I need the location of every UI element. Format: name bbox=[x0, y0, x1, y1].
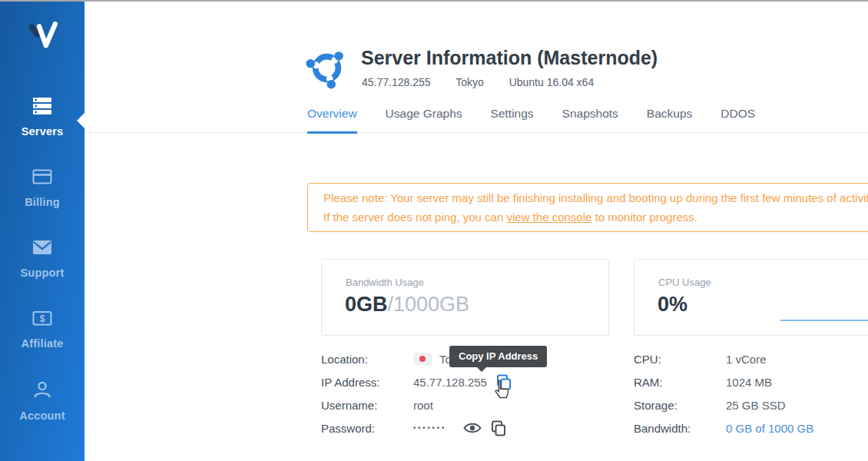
bandwidth-card-value: 0GB/1000GB bbox=[345, 293, 469, 317]
ram-row: RAM: 1024 MB bbox=[634, 370, 868, 393]
username-row: Username: root bbox=[321, 393, 582, 416]
tab-overview[interactable]: Overview bbox=[307, 107, 357, 134]
notice-line1: Please note: Your server may still be fi… bbox=[323, 188, 868, 207]
vultr-app: Servers Billing Support bbox=[0, 0, 868, 461]
install-notice: Please note: Your server may still be fi… bbox=[307, 183, 868, 232]
tab-ddos[interactable]: DDOS bbox=[721, 107, 755, 134]
ip-address-value: 45.77.128.255 bbox=[413, 376, 487, 389]
sidebar-item-label: Account bbox=[19, 410, 65, 422]
tab-usage-graphs[interactable]: Usage Graphs bbox=[386, 107, 462, 134]
sidebar-item-affiliate[interactable]: $ Affiliate bbox=[0, 309, 84, 350]
page-title: Server Information (Masternode) bbox=[361, 47, 658, 69]
servers-icon bbox=[32, 97, 52, 118]
server-details-right: CPU: 1 vCore RAM: 1024 MB Storage: 25 GB… bbox=[634, 347, 868, 439]
tab-snapshots[interactable]: Snapshots bbox=[562, 107, 618, 134]
svg-text:$: $ bbox=[40, 313, 45, 324]
sidebar-item-billing[interactable]: Billing bbox=[0, 167, 84, 208]
sidebar-item-label: Billing bbox=[25, 196, 60, 208]
ram-value: 1024 MB bbox=[726, 376, 772, 389]
tab-settings[interactable]: Settings bbox=[491, 107, 534, 134]
cpu-value: 1 vCore bbox=[726, 353, 767, 366]
sidebar-item-support[interactable]: Support bbox=[0, 238, 84, 279]
cpu-usage-card: CPU Usage 0% bbox=[634, 259, 868, 336]
copy-password-icon[interactable] bbox=[491, 420, 506, 436]
account-icon bbox=[32, 380, 52, 403]
sidebar-item-label: Servers bbox=[22, 125, 64, 138]
cpu-card-value: 0% bbox=[658, 293, 687, 317]
tooltip-caret bbox=[477, 367, 486, 372]
password-row: Password: ••••••• bbox=[321, 416, 582, 439]
storage-value: 25 GB SSD bbox=[726, 399, 786, 412]
show-password-eye-icon[interactable] bbox=[463, 421, 482, 435]
notice-line2: If the server does not ping, you can vie… bbox=[323, 207, 868, 227]
billing-icon bbox=[32, 167, 52, 189]
server-meta: 45.77.128.255 Tokyo Ubuntu 16.04 x64 bbox=[362, 76, 616, 88]
bandwidth-card-title: Bandwidth Usage bbox=[346, 277, 424, 288]
cpu-card-title: CPU Usage bbox=[658, 277, 711, 288]
sidebar: Servers Billing Support bbox=[0, 0, 84, 461]
tab-bar: Overview Usage Graphs Settings Snapshots… bbox=[307, 107, 784, 134]
bandwidth-usage-link[interactable]: 0 GB of 1000 GB bbox=[726, 422, 813, 435]
support-icon bbox=[32, 238, 52, 260]
vultr-logo[interactable] bbox=[0, 17, 84, 57]
tab-backups[interactable]: Backups bbox=[647, 107, 692, 134]
password-value: ••••••• bbox=[413, 424, 446, 432]
username-value: root bbox=[413, 399, 433, 412]
sidebar-item-servers[interactable]: Servers bbox=[0, 97, 84, 138]
main-content: Server Information (Masternode) 45.77.12… bbox=[84, 0, 868, 461]
affiliate-icon: $ bbox=[32, 309, 52, 330]
cpu-row: CPU: 1 vCore bbox=[634, 347, 868, 370]
cpu-sparkline bbox=[780, 320, 868, 321]
window-top-edge bbox=[0, 0, 868, 2]
bandwidth-usage-card: Bandwidth Usage 0GB/1000GB bbox=[321, 259, 609, 336]
view-console-link[interactable]: view the console bbox=[506, 211, 591, 224]
storage-row: Storage: 25 GB SSD bbox=[634, 393, 868, 416]
bandwidth-row: Bandwidth: 0 GB of 1000 GB bbox=[634, 416, 868, 439]
ip-address-row: IP Address: 45.77.128.255 bbox=[321, 370, 582, 393]
active-item-notch bbox=[77, 113, 84, 128]
hand-cursor-icon bbox=[492, 379, 512, 404]
copy-ip-tooltip: Copy IP Address bbox=[449, 346, 547, 367]
server-ip: 45.77.128.255 bbox=[362, 76, 431, 88]
ubuntu-logo bbox=[306, 47, 348, 92]
japan-flag-icon bbox=[413, 353, 432, 365]
sidebar-item-label: Affiliate bbox=[22, 337, 64, 350]
sidebar-item-label: Support bbox=[21, 267, 65, 279]
server-os: Ubuntu 16.04 x64 bbox=[509, 76, 595, 88]
sidebar-item-account[interactable]: Account bbox=[0, 380, 84, 422]
server-location: Tokyo bbox=[456, 76, 484, 88]
